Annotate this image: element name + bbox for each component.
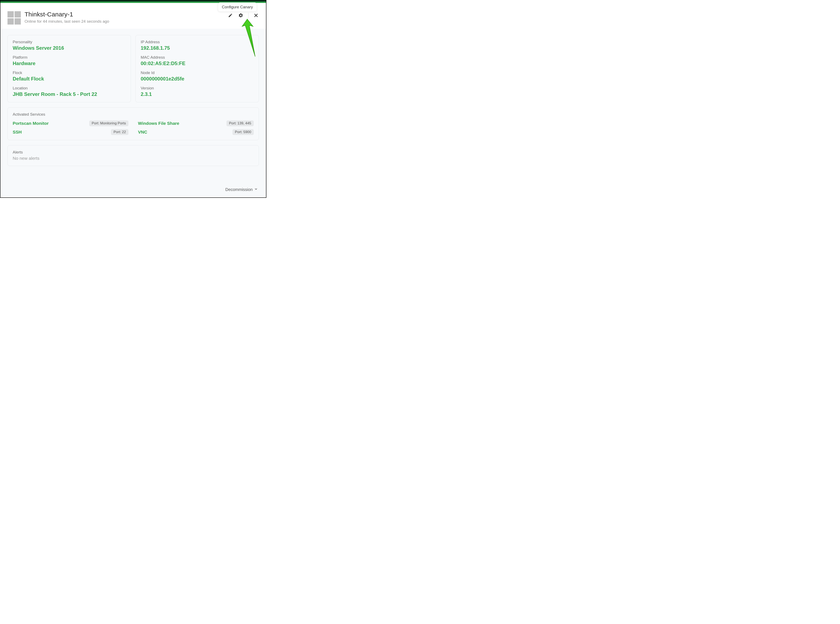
field-label: Flock	[13, 71, 126, 75]
services-title: Activated Services	[13, 112, 254, 117]
alerts-card: Alerts No new alerts	[8, 145, 259, 166]
details-card-right: IP Address192.168.1.75 MAC Address00:02:…	[136, 35, 259, 102]
personality-value: Windows Server 2016	[13, 45, 126, 51]
close-button[interactable]	[253, 12, 259, 18]
service-row: Portscan Monitor Port: Monitoring Ports	[13, 120, 128, 126]
field-label: MAC Address	[141, 55, 254, 60]
alerts-title: Alerts	[13, 150, 254, 154]
field-label: Location	[13, 86, 126, 91]
service-row: SSH Port: 22	[13, 129, 128, 135]
close-icon	[254, 13, 258, 18]
port-badge: Port: Monitoring Ports	[89, 120, 128, 126]
device-title: Thinkst-Canary-1	[25, 11, 227, 18]
field-label: Platform	[13, 55, 126, 60]
configure-button[interactable]	[238, 12, 244, 18]
configure-canary-tooltip: Configure Canary	[218, 3, 257, 12]
service-row: Windows File Share Port: 139, 445	[138, 120, 254, 126]
version-value: 2.3.1	[141, 91, 254, 97]
platform-value: Hardware	[13, 60, 126, 66]
service-name: Portscan Monitor	[13, 121, 49, 126]
chevron-down-icon	[254, 187, 258, 192]
service-row: VNC Port: 5900	[138, 129, 254, 135]
edit-button[interactable]	[227, 12, 233, 18]
nodeid-value: 0000000001e2d5fe	[141, 76, 254, 82]
field-label: Node Id	[141, 71, 254, 75]
windows-icon	[8, 11, 21, 25]
decommission-dropdown[interactable]: Decommission	[226, 187, 258, 192]
field-label: Version	[141, 86, 254, 91]
ip-value: 192.168.1.75	[141, 45, 254, 51]
port-badge: Port: 139, 445	[226, 120, 254, 126]
flock-value: Default Flock	[13, 76, 126, 82]
mac-value: 00:02:A5:E2:D5:FE	[141, 60, 254, 66]
field-label: IP Address	[141, 40, 254, 44]
services-card: Activated Services Portscan Monitor Port…	[8, 107, 259, 140]
location-value: JHB Server Room - Rack 5 - Port 22	[13, 91, 126, 97]
device-status: Online for 44 minutes, last seen 24 seco…	[25, 19, 227, 24]
alerts-body: No new alerts	[13, 156, 254, 161]
port-badge: Port: 22	[111, 129, 128, 135]
pencil-icon	[228, 13, 233, 18]
gear-icon	[238, 13, 243, 18]
service-name: SSH	[13, 130, 22, 134]
service-name: VNC	[138, 130, 147, 134]
decommission-label: Decommission	[226, 187, 253, 192]
field-label: Personality	[13, 40, 126, 44]
divider	[248, 13, 249, 18]
details-card-left: PersonalityWindows Server 2016 PlatformH…	[8, 35, 131, 102]
port-badge: Port: 5900	[232, 129, 254, 135]
service-name: Windows File Share	[138, 121, 179, 126]
